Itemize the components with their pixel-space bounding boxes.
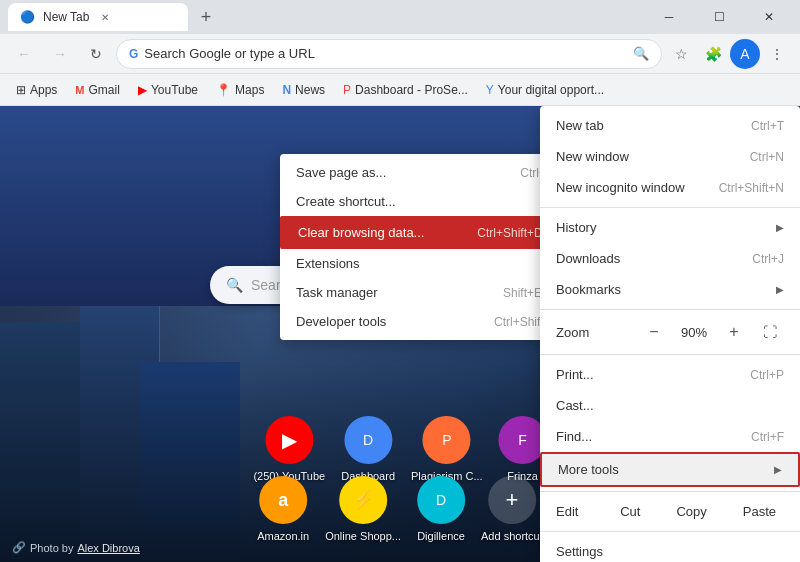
bookmark-youtube[interactable]: ▶ YouTube	[130, 80, 206, 100]
reload-button[interactable]: ↻	[80, 38, 112, 70]
bookmark-gmail[interactable]: M Gmail	[67, 80, 128, 100]
photo-by-text: Photo by	[30, 542, 73, 554]
tab-close-button[interactable]: ✕	[97, 9, 113, 25]
address-bar[interactable]: G Search Google or type a URL 🔍	[116, 39, 662, 69]
task-manager-label: Task manager	[296, 285, 503, 300]
edit-label: Edit	[548, 504, 600, 519]
bookmark-digital[interactable]: Y Your digital opport...	[478, 80, 612, 100]
context-save-page[interactable]: Save page as... Ctrl+S	[280, 158, 570, 187]
zoom-fullscreen-button[interactable]: ⛶	[756, 318, 784, 346]
bookmarks-apps[interactable]: ⊞ Apps	[8, 80, 65, 100]
extension-icon[interactable]: 🧩	[698, 39, 728, 69]
context-developer-tools[interactable]: Developer tools Ctrl+Shift+I	[280, 307, 570, 336]
bookmark-dashboard[interactable]: P Dashboard - ProSe...	[335, 80, 476, 100]
shortcuts-row-2: a Amazon.in ⚡ Online Shopp... D Digillen…	[257, 476, 543, 542]
context-clear-browsing[interactable]: Clear browsing data... Ctrl+Shift+Del	[280, 216, 570, 249]
forward-button[interactable]: →	[44, 38, 76, 70]
more-tools-arrow-icon: ▶	[774, 464, 782, 475]
search-lens-icon: 🔍	[226, 277, 243, 293]
new-incognito-label: New incognito window	[556, 180, 711, 195]
photo-icon: 🔗	[12, 541, 26, 554]
bookmark-star-icon[interactable]: ☆	[666, 39, 696, 69]
shortcut-digillence[interactable]: D Digillence	[417, 476, 465, 542]
menu-find[interactable]: Find... Ctrl+F	[540, 421, 800, 452]
new-tab-label: New tab	[556, 118, 743, 133]
bookmark-news[interactable]: N News	[274, 80, 333, 100]
menu-divider-3	[540, 354, 800, 355]
apps-label: Apps	[30, 83, 57, 97]
copy-button[interactable]: Copy	[660, 500, 722, 523]
maps-label: Maps	[235, 83, 264, 97]
print-label: Print...	[556, 367, 742, 382]
photo-author-link[interactable]: Alex Dibrova	[77, 542, 139, 554]
chrome-menu-button[interactable]: ⋮	[762, 39, 792, 69]
digillence-icon: D	[417, 476, 465, 524]
search-icon: 🔍	[633, 46, 649, 61]
new-tab-button[interactable]: +	[192, 3, 220, 31]
youtube-label: YouTube	[151, 83, 198, 97]
title-bar: 🔵 New Tab ✕ + ─ ☐ ✕	[0, 0, 800, 34]
cut-button[interactable]: Cut	[604, 500, 656, 523]
menu-history[interactable]: History ▶	[540, 212, 800, 243]
online-shop-label: Online Shopp...	[325, 530, 401, 542]
create-shortcut-label: Create shortcut...	[296, 194, 554, 209]
digital-label: Your digital opport...	[498, 83, 604, 97]
bookmarks-arrow-icon: ▶	[776, 284, 784, 295]
news-label: News	[295, 83, 325, 97]
minimize-button[interactable]: ─	[646, 1, 692, 33]
profile-icon[interactable]: A	[730, 39, 760, 69]
dashboard-label: Dashboard - ProSe...	[355, 83, 468, 97]
dashboard-shortcut-icon: D	[344, 416, 392, 464]
back-button[interactable]: ←	[8, 38, 40, 70]
more-tools-label: More tools	[558, 462, 766, 477]
menu-new-window[interactable]: New window Ctrl+N	[540, 141, 800, 172]
menu-downloads[interactable]: Downloads Ctrl+J	[540, 243, 800, 274]
active-tab[interactable]: 🔵 New Tab ✕	[8, 3, 188, 31]
shortcut-youtube[interactable]: ▶ (250) YouTube	[253, 416, 325, 482]
apps-icon: ⊞	[16, 83, 26, 97]
zoom-plus-button[interactable]: +	[720, 318, 748, 346]
context-extensions[interactable]: Extensions	[280, 249, 570, 278]
menu-more-tools[interactable]: More tools ▶	[540, 452, 800, 487]
bookmarks-label: Bookmarks	[556, 282, 768, 297]
address-text: Search Google or type a URL	[144, 46, 627, 61]
google-icon: G	[129, 47, 138, 61]
shortcut-amazon[interactable]: a Amazon.in	[257, 476, 309, 542]
shortcut-plagiarism[interactable]: P Plagiarism C...	[411, 416, 483, 482]
zoom-value: 90%	[676, 325, 712, 340]
tab-title: New Tab	[43, 10, 89, 24]
menu-settings[interactable]: Settings	[540, 536, 800, 562]
zoom-minus-button[interactable]: −	[640, 318, 668, 346]
youtube-icon: ▶	[138, 83, 147, 97]
menu-bookmarks[interactable]: Bookmarks ▶	[540, 274, 800, 305]
shortcut-online-shop[interactable]: ⚡ Online Shopp...	[325, 476, 401, 542]
print-shortcut: Ctrl+P	[750, 368, 784, 382]
paste-button[interactable]: Paste	[727, 500, 792, 523]
menu-print[interactable]: Print... Ctrl+P	[540, 359, 800, 390]
new-window-shortcut: Ctrl+N	[750, 150, 784, 164]
maximize-button[interactable]: ☐	[696, 1, 742, 33]
shortcut-add[interactable]: + Add shortcut	[481, 476, 543, 542]
chrome-menu: New tab Ctrl+T New window Ctrl+N New inc…	[540, 106, 800, 562]
amazon-shortcut-icon: a	[259, 476, 307, 524]
context-create-shortcut[interactable]: Create shortcut...	[280, 187, 570, 216]
online-shop-icon: ⚡	[339, 476, 387, 524]
tab-favicon: 🔵	[20, 10, 35, 24]
news-icon: N	[282, 83, 291, 97]
menu-zoom-row: Zoom − 90% + ⛶	[540, 314, 800, 350]
toolbar: ← → ↻ G Search Google or type a URL 🔍 ☆ …	[0, 34, 800, 74]
downloads-shortcut: Ctrl+J	[752, 252, 784, 266]
menu-divider-2	[540, 309, 800, 310]
digillence-label: Digillence	[417, 530, 465, 542]
plagiarism-shortcut-icon: P	[423, 416, 471, 464]
close-button[interactable]: ✕	[746, 1, 792, 33]
menu-new-tab[interactable]: New tab Ctrl+T	[540, 110, 800, 141]
menu-divider-1	[540, 207, 800, 208]
context-task-manager[interactable]: Task manager Shift+Esc	[280, 278, 570, 307]
shortcuts-row: ▶ (250) YouTube D Dashboard P Plagiarism…	[253, 416, 546, 482]
menu-new-incognito[interactable]: New incognito window Ctrl+Shift+N	[540, 172, 800, 203]
bookmark-maps[interactable]: 📍 Maps	[208, 80, 272, 100]
new-tab-shortcut: Ctrl+T	[751, 119, 784, 133]
shortcut-dashboard[interactable]: D Dashboard	[341, 416, 395, 482]
menu-cast[interactable]: Cast...	[540, 390, 800, 421]
